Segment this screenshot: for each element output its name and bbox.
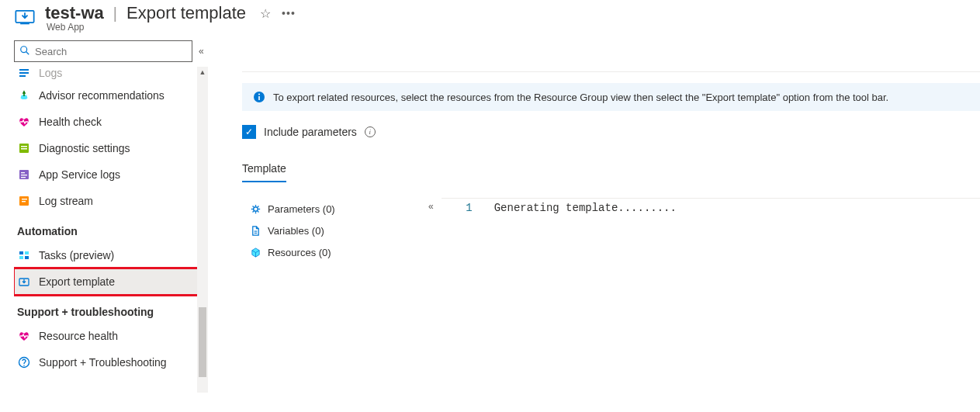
svg-rect-13	[21, 177, 26, 178]
support-icon	[17, 356, 31, 369]
line-number: 1	[449, 202, 473, 214]
sidebar-item-label: Logs	[39, 67, 62, 79]
sidebar-section-support: Support + troubleshooting	[14, 295, 199, 323]
svg-rect-11	[21, 172, 25, 173]
variables-file-icon	[250, 225, 261, 237]
tree-label: Parameters (0)	[268, 203, 335, 215]
sidebar-item-export-template[interactable]: Export template	[14, 268, 206, 295]
sidebar-item-label: Health check	[39, 116, 102, 128]
sidebar-item-label: Resource health	[39, 330, 118, 342]
svg-rect-15	[22, 199, 27, 199]
collapse-tree-icon[interactable]: «	[428, 201, 434, 212]
info-icon	[253, 91, 265, 103]
log-stream-icon	[17, 195, 31, 207]
sidebar-item-tasks[interactable]: Tasks (preview)	[14, 242, 206, 268]
tree-item-variables[interactable]: Variables (0)	[250, 220, 428, 241]
sidebar-item-resource-health[interactable]: Resource health	[14, 323, 206, 349]
svg-point-26	[258, 94, 260, 95]
sidebar-section-automation: Automation	[14, 214, 199, 242]
main-content: To export related resources, select the …	[208, 40, 980, 406]
svg-rect-25	[258, 96, 260, 100]
export-template-icon	[17, 275, 31, 288]
sidebar-item-label: Tasks (preview)	[39, 249, 114, 261]
toolbar-divider	[242, 71, 980, 72]
sidebar-item-label: App Service logs	[39, 168, 120, 181]
sidebar-item-app-service-logs[interactable]: App Service logs	[14, 161, 206, 188]
svg-rect-12	[21, 175, 27, 175]
svg-rect-19	[19, 256, 23, 259]
sidebar-search-box[interactable]	[14, 40, 192, 62]
advisor-icon	[17, 89, 31, 102]
tabs: Template	[242, 158, 980, 182]
sidebar-item-label: Log stream	[39, 195, 93, 207]
svg-line-3	[26, 51, 29, 54]
sidebar-item-advisor[interactable]: Advisor recommendations	[14, 82, 206, 109]
more-ellipsis-icon[interactable]: •••	[282, 7, 296, 19]
scrollbar-up-arrow-icon[interactable]: ▲	[197, 67, 208, 78]
svg-rect-5	[19, 72, 29, 74]
tasks-icon	[17, 249, 31, 261]
svg-point-27	[254, 206, 258, 211]
sidebar-item-diagnostic-settings[interactable]: Diagnostic settings	[14, 135, 206, 161]
svg-rect-4	[19, 69, 29, 71]
info-banner-text: To export related resources, select the …	[273, 92, 888, 103]
svg-rect-18	[25, 251, 29, 254]
help-info-icon[interactable]: i	[365, 126, 376, 137]
svg-rect-17	[19, 251, 23, 254]
sidebar-item-label: Advisor recommendations	[39, 89, 164, 102]
tree-label: Resources (0)	[268, 247, 331, 258]
app-logs-icon	[17, 168, 31, 181]
resources-cube-icon	[250, 247, 261, 258]
template-tree: Parameters (0) Variables (0) Resources (…	[242, 198, 428, 263]
webapp-icon	[14, 3, 36, 30]
svg-rect-29	[255, 232, 258, 233]
diagnostic-icon	[17, 142, 31, 154]
page-header: test-wa | Export template ☆ ••• Web App	[0, 0, 980, 40]
svg-rect-9	[21, 148, 27, 150]
include-parameters-label: Include parameters	[264, 126, 357, 138]
page-title: Export template	[126, 3, 246, 23]
svg-point-2	[21, 46, 27, 52]
code-text: Generating template.........	[494, 202, 677, 214]
code-line: 1 Generating template.........	[442, 199, 980, 214]
tree-item-parameters[interactable]: Parameters (0)	[250, 198, 428, 220]
search-input[interactable]	[35, 46, 187, 57]
parameters-gear-icon	[250, 203, 261, 215]
sidebar-item-logs[interactable]: Logs	[14, 67, 206, 82]
code-editor[interactable]: 1 Generating template.........	[442, 198, 980, 263]
svg-rect-28	[255, 230, 258, 231]
collapse-sidebar-icon[interactable]: «	[199, 46, 204, 57]
sidebar-scrollbar[interactable]: ▲	[197, 67, 208, 393]
sidebar-item-label: Support + Troubleshooting	[39, 356, 167, 369]
favorite-star-icon[interactable]: ☆	[260, 6, 271, 21]
svg-rect-1	[20, 23, 29, 24]
sidebar-item-label: Diagnostic settings	[39, 142, 130, 154]
svg-point-23	[23, 365, 25, 366]
resource-type-label: Web App	[47, 22, 296, 33]
include-parameters-checkbox[interactable]: ✓	[242, 125, 256, 139]
heartbeat-icon	[17, 116, 31, 128]
tab-template[interactable]: Template	[242, 158, 286, 182]
resource-name: test-wa	[45, 3, 104, 23]
logs-icon	[17, 67, 31, 79]
svg-rect-16	[22, 201, 26, 202]
resource-health-icon	[17, 330, 31, 342]
search-icon	[19, 45, 30, 58]
svg-rect-8	[21, 146, 27, 147]
sidebar-item-label: Export template	[39, 275, 115, 288]
sidebar-item-support-troubleshoot[interactable]: Support + Troubleshooting	[14, 349, 206, 376]
tree-item-resources[interactable]: Resources (0)	[250, 241, 428, 263]
sidebar-item-health-check[interactable]: Health check	[14, 109, 206, 135]
svg-rect-6	[19, 75, 26, 77]
sidebar-item-log-stream[interactable]: Log stream	[14, 188, 206, 214]
scrollbar-thumb[interactable]	[199, 307, 206, 377]
sidebar: « Logs Advisor recommendations Health ch…	[0, 40, 208, 406]
tree-label: Variables (0)	[268, 225, 324, 237]
info-banner: To export related resources, select the …	[242, 83, 980, 111]
svg-rect-20	[25, 256, 29, 259]
title-separator: |	[113, 5, 117, 23]
